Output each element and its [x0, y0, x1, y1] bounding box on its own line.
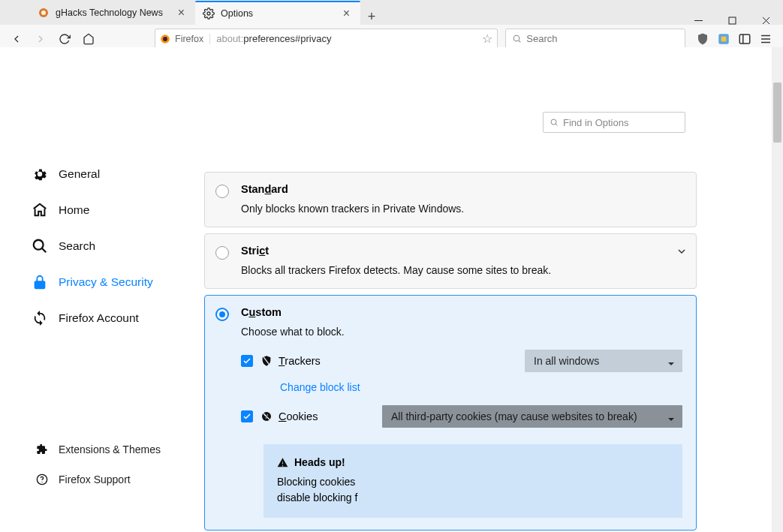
chevron-down-icon[interactable] [678, 245, 685, 258]
svg-point-1 [41, 11, 46, 15]
checkbox-trackers[interactable] [241, 355, 253, 367]
category-home[interactable]: Home [32, 192, 182, 228]
warning-body: Blocking cookies disable blocking f [277, 474, 669, 506]
lock-icon [32, 274, 48, 290]
svg-point-20 [267, 414, 269, 416]
back-button[interactable] [6, 29, 27, 50]
reload-button[interactable] [54, 29, 75, 50]
category-label: Search [59, 239, 95, 253]
cookies-dropdown[interactable]: All third-party cookies (may cause websi… [382, 405, 682, 428]
option-custom[interactable]: Custom Choose what to block. Trackers In… [204, 295, 697, 530]
warning-title: Heads up! [277, 456, 669, 468]
category-label: Firefox Account [59, 311, 139, 325]
option-strict[interactable]: Strict Blocks all trackers Firefox detec… [204, 233, 697, 289]
svg-point-14 [551, 119, 556, 125]
sync-icon [32, 310, 48, 326]
tab-strip: gHacks Technology News × Options × + [0, 0, 783, 25]
home-button[interactable] [78, 29, 99, 50]
svg-point-15 [34, 240, 44, 250]
warning-box: Heads up! Blocking cookies disable block… [264, 444, 682, 518]
maximize-button[interactable] [715, 17, 749, 25]
window-controls [682, 17, 783, 25]
scrollbar-thumb[interactable] [773, 83, 781, 143]
svg-rect-8 [721, 36, 727, 41]
svg-point-5 [163, 37, 167, 41]
content-blocking-panel: Standard Only blocks known trackers in P… [204, 172, 697, 532]
category-general[interactable]: General [32, 156, 182, 192]
category-label: General [59, 167, 100, 181]
option-title: Standard [241, 183, 682, 195]
trackers-dropdown[interactable]: In all windows [525, 350, 682, 372]
forward-button[interactable] [30, 29, 51, 50]
ghacks-favicon [38, 7, 50, 19]
chevron-down-icon [667, 359, 675, 371]
sidebar-icon[interactable] [738, 32, 751, 46]
content-area: Find in Options General Home Search Priv… [0, 47, 772, 532]
category-account[interactable]: Firefox Account [32, 300, 182, 336]
find-placeholder: Find in Options [563, 117, 628, 128]
find-in-options[interactable]: Find in Options [543, 112, 685, 133]
search-bar[interactable] [505, 29, 685, 50]
tab-ghacks[interactable]: gHacks Technology News × [30, 1, 195, 25]
gear-icon [32, 166, 48, 182]
close-window-button[interactable] [749, 17, 783, 25]
trackers-label: Trackers [260, 355, 321, 367]
minimize-button[interactable] [682, 17, 715, 25]
category-label: Privacy & Security [59, 275, 153, 289]
dropdown-value: All third-party cookies (may cause websi… [391, 410, 637, 422]
menu-icon[interactable] [759, 32, 772, 46]
link-label: Firefox Support [59, 473, 131, 485]
cookies-label: Cookies [260, 410, 318, 422]
option-title: Custom [241, 306, 682, 318]
new-tab-button[interactable]: + [360, 9, 383, 25]
category-privacy[interactable]: Privacy & Security [32, 264, 182, 300]
gear-icon [203, 8, 215, 20]
home-icon [32, 202, 48, 218]
identity-label: Firefox [175, 34, 203, 44]
tab-options[interactable]: Options × [195, 1, 360, 25]
close-icon[interactable]: × [175, 6, 188, 20]
identity-badge[interactable]: Firefox [160, 34, 210, 44]
option-desc: Blocks all trackers Firefox detects. May… [241, 264, 682, 276]
bookmark-star-icon[interactable]: ☆ [482, 32, 492, 46]
url-text: about:preferences#privacy [216, 33, 482, 44]
radio-standard[interactable] [215, 185, 229, 198]
link-label: Extensions & Themes [59, 443, 161, 455]
option-title: Strict [241, 245, 682, 257]
dropdown-value: In all windows [534, 355, 599, 367]
search-input[interactable] [526, 33, 679, 44]
tab-label: Options [221, 8, 253, 19]
checkbox-cookies[interactable] [241, 410, 253, 422]
chevron-down-icon [667, 414, 675, 426]
category-list: General Home Search Privacy & Security F… [32, 156, 182, 336]
radio-strict[interactable] [215, 246, 229, 260]
close-icon[interactable]: × [340, 7, 353, 20]
svg-point-21 [266, 417, 267, 419]
option-desc: Only blocks known trackers in Private Wi… [241, 203, 682, 215]
tab-label: gHacks Technology News [56, 8, 163, 18]
change-block-list-link[interactable]: Change block list [280, 381, 682, 393]
extension-icon[interactable] [717, 32, 730, 46]
svg-point-17 [41, 482, 42, 482]
extensions-themes-link[interactable]: Extensions & Themes [36, 434, 161, 464]
svg-rect-9 [739, 35, 750, 44]
search-icon [32, 238, 48, 254]
svg-rect-3 [729, 17, 736, 24]
url-bar[interactable]: Firefox about:preferences#privacy ☆ [155, 29, 498, 50]
svg-point-2 [207, 12, 210, 15]
category-search[interactable]: Search [32, 228, 182, 264]
radio-custom[interactable] [215, 308, 229, 321]
option-desc: Choose what to block. [241, 326, 682, 338]
firefox-support-link[interactable]: Firefox Support [36, 464, 161, 494]
ublock-icon[interactable] [696, 32, 709, 46]
svg-point-6 [513, 35, 519, 41]
category-label: Home [59, 203, 89, 217]
option-standard[interactable]: Standard Only blocks known trackers in P… [204, 172, 697, 227]
bottom-links: Extensions & Themes Firefox Support [36, 434, 161, 494]
